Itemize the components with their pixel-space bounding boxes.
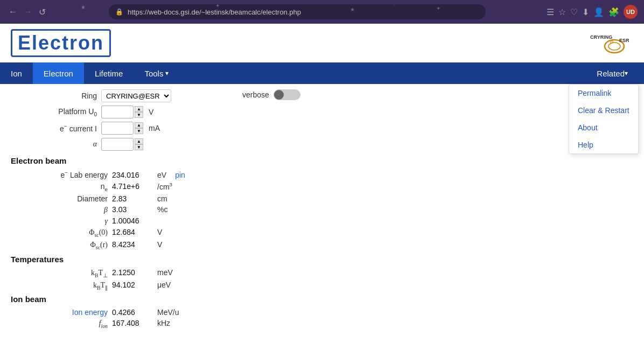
url-bar[interactable]: 🔒 https://web-docs.gsi.de/~lestinsk/beam… (109, 4, 486, 19)
lab-energy-unit: eV (157, 171, 166, 179)
svg-text:@: @ (610, 39, 614, 44)
download-icon[interactable]: ⬇ (582, 7, 589, 17)
kbt-par-unit: μeV (157, 281, 171, 289)
nav-ion[interactable]: Ion (0, 62, 33, 84)
platform-up-btn[interactable]: ▲ (135, 106, 143, 112)
lock-icon: 🔒 (115, 8, 123, 16)
current-control: 4.3 ▲ ▼ mA (101, 122, 160, 135)
diameter-unit: cm (157, 194, 167, 203)
nav-tools[interactable]: Tools ▾ (134, 62, 179, 84)
kbt-perp-unit: meV (157, 268, 173, 277)
gamma-value: 1.00046 (112, 216, 155, 225)
ion-energy-row: Ion energy 0.4266 MeV/u (11, 308, 633, 317)
ion-energy-link[interactable]: Ion energy (72, 308, 108, 317)
ring-select[interactable]: CRYRING@ESR (101, 89, 171, 102)
dropdown-menu: Permalink Clear & Restart About Help (569, 84, 639, 154)
current-row: e− current I 4.3 ▲ ▼ mA (11, 122, 633, 135)
current-spinner: ▲ ▼ (135, 122, 143, 134)
forward-button[interactable]: → (22, 6, 34, 18)
phi-sc-r-unit: V (157, 240, 162, 249)
f-ion-row: fion 167.408 kHz (11, 319, 633, 329)
ne-unit: /cm3 (157, 181, 172, 191)
svg-text:ESR: ESR (619, 38, 629, 43)
platform-unit: V (149, 108, 153, 116)
nav-electron[interactable]: Electron (33, 62, 84, 84)
main-content: verbose Ring CRYRING@ESR Platform U0 (0, 84, 644, 337)
ne-row: ne 4.71e+6 /cm3 (11, 181, 633, 192)
alpha-down-btn[interactable]: ▼ (135, 144, 143, 150)
diameter-value: 2.83 (112, 194, 155, 203)
verbose-label: verbose (242, 90, 269, 99)
beta-label: β (11, 206, 108, 214)
phi-sc-0-row: Φsc(0) 12.684 V (11, 228, 633, 238)
alpha-label: α (11, 140, 97, 149)
temperatures-title: Temperatures (11, 255, 633, 264)
alpha-up-btn[interactable]: ▲ (135, 138, 143, 144)
phi-sc-0-label: Φsc(0) (11, 228, 108, 238)
electron-beam-title: Electron beam (11, 156, 633, 165)
reload-button[interactable]: ↺ (37, 6, 48, 18)
nav-bar: Ion Electron Lifetime Tools ▾ Related ▾ … (0, 62, 644, 84)
kbt-perp-label: kBT⊥ (11, 269, 108, 278)
platform-input[interactable]: 246.7 (101, 106, 134, 118)
kbt-par-label: kBT∥ (11, 281, 108, 291)
diameter-label: Diameter (11, 194, 108, 203)
extensions-icon[interactable]: 🧩 (608, 7, 619, 17)
diameter-row: Diameter 2.83 cm (11, 194, 633, 203)
gamma-label: γ (11, 217, 108, 226)
temperatures-section: Temperatures kBT⊥ 2.1250 meV kBT∥ 94.102… (11, 255, 633, 291)
related-dropdown-arrow: ▾ (625, 69, 628, 77)
phi-sc-r-value: 8.4234 (112, 240, 155, 249)
ring-row: Ring CRYRING@ESR (11, 89, 633, 102)
platform-down-btn[interactable]: ▼ (135, 112, 143, 118)
lab-energy-value: 234.016 (112, 171, 155, 179)
f-ion-label: fion (11, 319, 108, 329)
ion-energy-unit: MeV/u (157, 308, 179, 317)
verbose-toggle[interactable] (274, 89, 300, 100)
nav-related[interactable]: Related ▾ (586, 62, 639, 84)
bookmarks-icon[interactable]: ☰ (547, 7, 554, 17)
alpha-spinner: ▲ ▼ (135, 138, 143, 150)
ne-value: 4.71e+6 (112, 182, 155, 191)
menu-item-permalink[interactable]: Permalink (569, 85, 638, 102)
current-input[interactable]: 4.3 (101, 122, 134, 135)
profile-avatar[interactable]: UD (624, 5, 638, 19)
menu-item-clear-restart[interactable]: Clear & Restart (569, 102, 638, 119)
alpha-input[interactable]: 50 (101, 138, 134, 151)
back-button[interactable]: ← (6, 6, 19, 18)
current-down-btn[interactable]: ▼ (135, 128, 143, 134)
toggle-knob (274, 90, 284, 100)
browser-actions: ☰ ☆ ♡ ⬇ 👤 🧩 UD (547, 5, 638, 19)
ion-energy-label: Ion energy (11, 308, 108, 317)
lab-energy-row: e− Lab energy 234.016 eV pin (11, 170, 633, 179)
phi-sc-r-row: Φsc(r) 8.4234 V (11, 240, 633, 250)
tools-dropdown-arrow: ▾ (165, 69, 169, 77)
current-unit: mA (149, 124, 160, 132)
page-header: Electron CRYRING ESR @ (0, 24, 644, 62)
nav-lifetime[interactable]: Lifetime (84, 62, 134, 84)
electron-beam-section: Electron beam e− Lab energy 234.016 eV p… (11, 156, 633, 250)
ne-label: ne (11, 182, 108, 192)
ring-control: CRYRING@ESR (101, 89, 171, 102)
gamma-row: γ 1.00046 (11, 216, 633, 226)
menu-item-about[interactable]: About (569, 119, 638, 136)
menu-item-help[interactable]: Help (569, 136, 638, 153)
ion-beam-title: Ion beam (11, 295, 633, 304)
ion-beam-section: Ion beam Ion energy 0.4266 MeV/u fion 16… (11, 295, 633, 329)
phi-sc-0-value: 12.684 (112, 228, 155, 236)
star-icon[interactable]: ☆ (558, 7, 566, 17)
phi-sc-r-label: Φsc(r) (11, 241, 108, 250)
alpha-control: 50 ▲ ▼ (101, 138, 143, 151)
beta-unit: %c (157, 205, 167, 214)
form-section: Ring CRYRING@ESR Platform U0 246.7 ▲ ▼ V (11, 89, 633, 151)
svg-text:CRYRING: CRYRING (590, 34, 612, 40)
account-icon[interactable]: 👤 (593, 7, 604, 17)
current-up-btn[interactable]: ▲ (135, 122, 143, 128)
kbt-par-row: kBT∥ 94.102 μeV (11, 281, 633, 291)
pin-link[interactable]: pin (175, 171, 185, 179)
nav-right: Related ▾ Permalink Clear & Restart Abou… (586, 62, 644, 84)
pocket-icon[interactable]: ♡ (570, 7, 578, 17)
ring-label: Ring (11, 92, 97, 100)
app-title: Electron (11, 29, 111, 57)
f-ion-unit: kHz (157, 319, 170, 327)
